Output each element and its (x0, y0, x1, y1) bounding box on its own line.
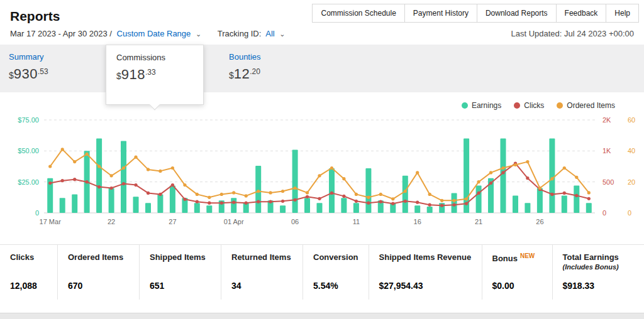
chevron-down-icon[interactable]: ⌄ (279, 30, 285, 38)
svg-text:01 Apr: 01 Apr (224, 218, 244, 225)
ordered-items-legend-dot-icon (557, 102, 563, 109)
svg-text:1K: 1K (602, 147, 611, 154)
svg-text:21: 21 (475, 218, 482, 225)
amount-cents: .20 (250, 67, 260, 76)
commissions-card-amount: $918.33 (116, 67, 193, 83)
stat-col-total-earnings: Total Earnings(Includes Bonus)$918.33 (553, 245, 644, 300)
nav-button-commission-schedule[interactable]: Commission Schedule (312, 4, 404, 23)
stat-value: 12,088 (10, 281, 47, 291)
clicks-line[interactable] (48, 162, 591, 207)
legend-label: Earnings (472, 101, 501, 110)
right_clicks-axis-labels: 05001K2K (602, 116, 614, 217)
svg-text:20: 20 (628, 178, 635, 186)
tracking-id-select[interactable]: All (265, 29, 274, 38)
svg-text:27: 27 (169, 218, 176, 225)
chart-section: EarningsClicksOrdered Items 0$25.00$50.0… (0, 92, 644, 239)
filter-row: Mar 17 2023 - Apr 30 2023 / Custom Date … (0, 24, 644, 45)
legend-label: Clicks (524, 101, 544, 110)
svg-text:06: 06 (291, 218, 299, 225)
stat-col-shipped-items: Shipped Items651 (140, 245, 221, 300)
stat-header: Conversion (313, 252, 358, 262)
stat-header: Clicks (10, 252, 47, 262)
currency-symbol: $ (9, 70, 14, 80)
legend-item-clicks[interactable]: Clicks (514, 101, 544, 110)
tracking-id-label: Tracking ID: (218, 29, 262, 38)
last-updated-text: Last Updated: Jul 24 2023 +00:00 (511, 29, 634, 38)
stat-header: Shipped Items (150, 252, 211, 262)
stat-header: BonusNEW (492, 252, 542, 263)
amount-cents: .33 (145, 68, 156, 77)
ordered-items-line[interactable] (48, 148, 591, 202)
bounties-card-amount: $12.20 (229, 66, 297, 82)
summary-card-amount: $930.53 (9, 66, 77, 82)
stat-header: Returned Items (231, 252, 292, 262)
summary-card-label[interactable]: Summary (9, 52, 77, 62)
amount-whole: 918 (121, 67, 145, 82)
stat-col-clicks: Clicks12,088 (0, 245, 58, 300)
nav-button-help[interactable]: Help (606, 4, 639, 23)
right_ordered-axis-labels: 0204060 (628, 116, 635, 217)
custom-date-range-link[interactable]: Custom Date Range (117, 29, 191, 38)
stat-value: 34 (231, 281, 292, 291)
svg-text:$25.00: $25.00 (18, 178, 39, 186)
nav-button-feedback[interactable]: Feedback (556, 4, 607, 23)
stat-col-bonus: BonusNEW$0.00 (482, 245, 553, 300)
stat-value: 5.54% (313, 281, 358, 291)
stat-col-shipped-items-revenue: Shipped Items Revenue$27,954.43 (369, 245, 482, 300)
bounties-card-label[interactable]: Bounties (229, 52, 297, 62)
legend-item-earnings[interactable]: Earnings (462, 101, 501, 110)
commissions-card-label: Commissions (116, 53, 193, 62)
summary-strip: Summary $930.53 Commissions $918.33 Boun… (0, 45, 644, 92)
summary-card[interactable]: Summary $930.53 (9, 45, 83, 82)
date-range-text: Mar 17 2023 - Apr 30 2023 / (10, 29, 112, 38)
svg-text:16: 16 (414, 218, 421, 225)
currency-symbol: $ (116, 71, 121, 81)
stat-value: 651 (150, 281, 211, 291)
stat-value: $0.00 (492, 281, 542, 291)
chart-svg[interactable]: 0$25.00$50.00$75.0005001K2K020406017 Mar… (8, 112, 636, 237)
stat-value: 670 (68, 281, 129, 291)
nav-button-download-reports[interactable]: Download Reports (477, 4, 557, 23)
commissions-card[interactable]: Commissions $918.33 (106, 45, 204, 105)
stat-header: Shipped Items Revenue (379, 252, 472, 262)
bounties-card[interactable]: Bounties $12.20 (229, 45, 303, 82)
new-badge: NEW (520, 252, 535, 259)
stat-header: Total Earnings(Includes Bonus) (563, 252, 634, 271)
svg-text:22: 22 (108, 218, 115, 225)
amount-whole: 12 (234, 66, 250, 82)
svg-text:0: 0 (602, 209, 606, 217)
svg-text:2K: 2K (602, 116, 611, 124)
stat-col-ordered-items: Ordered Items670 (58, 245, 140, 300)
left-axis-labels: 0$25.00$50.00$75.00 (18, 116, 39, 217)
svg-text:26: 26 (536, 218, 543, 225)
svg-text:11: 11 (353, 218, 360, 225)
amount-whole: 930 (14, 66, 38, 82)
svg-text:40: 40 (628, 147, 635, 154)
svg-text:60: 60 (628, 116, 635, 124)
legend-label: Ordered Items (567, 101, 615, 110)
currency-symbol: $ (229, 70, 234, 80)
stat-col-conversion: Conversion5.54% (303, 245, 369, 300)
svg-text:0: 0 (35, 209, 39, 217)
svg-text:17 Mar: 17 Mar (40, 218, 62, 225)
stats-table: Clicks12,088Ordered Items670Shipped Item… (0, 244, 644, 300)
legend-item-ordered-items[interactable]: Ordered Items (557, 101, 615, 110)
stat-subheader: (Includes Bonus) (563, 263, 634, 271)
stat-col-returned-items: Returned Items34 (221, 245, 303, 300)
nav-button-payment-history[interactable]: Payment History (404, 4, 477, 23)
clicks-legend-dot-icon (514, 102, 520, 109)
top-bar: Reports Commission SchedulePayment Histo… (0, 0, 644, 24)
svg-text:$50.00: $50.00 (18, 147, 39, 154)
stat-header: Ordered Items (68, 252, 129, 262)
earnings-legend-dot-icon (462, 102, 468, 109)
x-axis-labels: 17 Mar222701 Apr0611162126 (40, 218, 544, 225)
filter-left: Mar 17 2023 - Apr 30 2023 / Custom Date … (10, 29, 288, 38)
stat-value: $918.33 (563, 281, 634, 291)
amount-cents: .53 (38, 67, 48, 76)
page-title: Reports (10, 9, 60, 24)
stat-value: $27,954.43 (379, 281, 472, 291)
top-nav: Commission SchedulePayment HistoryDownlo… (313, 4, 639, 23)
chevron-down-icon[interactable]: ⌄ (196, 30, 201, 38)
svg-text:0: 0 (628, 209, 631, 217)
chart-legend: EarningsClicksOrdered Items (8, 101, 636, 112)
